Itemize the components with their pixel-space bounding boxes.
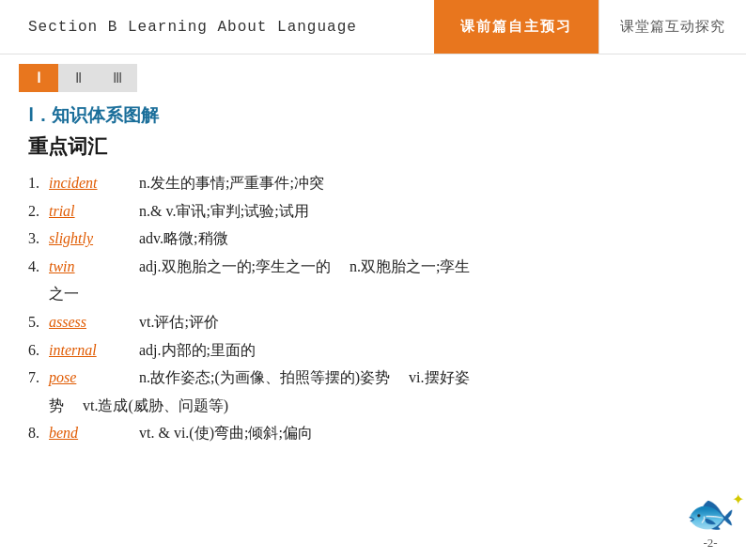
item-number: 2.	[28, 197, 49, 226]
item-word: pose	[49, 364, 133, 392]
item-word: incident	[49, 169, 133, 197]
bottom-right-decoration: 🐟 ✦ -2-	[686, 494, 735, 551]
vocab-list: 1.incidentn.发生的事情;严重事件;冲突2.trialn.& v.审讯…	[28, 169, 718, 447]
list-item: 3.slightlyadv.略微;稍微	[28, 225, 718, 253]
item-number: 3.	[28, 225, 49, 253]
list-item: 1.incidentn.发生的事情;严重事件;冲突	[28, 169, 718, 197]
list-item: 8.bendvt. & vi.(使)弯曲;倾斜;偏向	[28, 419, 718, 447]
list-item: 5.assessvt.评估;评价	[28, 308, 718, 336]
fish-icon: 🐟	[686, 492, 735, 536]
item-word: slightly	[49, 225, 133, 253]
star-icon: ✦	[732, 490, 744, 508]
tab-I[interactable]: Ⅰ	[19, 64, 58, 92]
list-item: 2.trialn.& v.审讯;审判;试验;试用	[28, 197, 718, 226]
item-definition-2: 势 vt.造成(威胁、问题等)	[28, 392, 718, 420]
item-definition-2: 之一	[28, 280, 718, 308]
item-number: 6.	[28, 336, 49, 365]
tab-preview[interactable]: 课前篇自主预习	[434, 0, 598, 54]
item-definition: n.故作姿态;(为画像、拍照等摆的)姿势 vi.摆好姿	[139, 364, 718, 392]
item-word: trial	[49, 197, 133, 226]
main-content: Ⅰ．知识体系图解 重点词汇 1.incidentn.发生的事情;严重事件;冲突2…	[0, 98, 746, 457]
list-item: 6.internaladj.内部的;里面的	[28, 336, 718, 365]
item-number: 8.	[28, 419, 49, 447]
page-number: -2-	[703, 536, 717, 551]
tab-row: Ⅰ Ⅱ Ⅲ	[0, 54, 746, 98]
item-number: 5.	[28, 308, 49, 336]
list-item: 7.posen.故作姿态;(为画像、拍照等摆的)姿势 vi.摆好姿势 vt.造成…	[28, 364, 718, 419]
item-definition: n.发生的事情;严重事件;冲突	[139, 169, 718, 197]
item-definition: adj.内部的;里面的	[139, 336, 718, 365]
item-definition: vt. & vi.(使)弯曲;倾斜;偏向	[139, 419, 718, 447]
header: Section B Learning About Language 课前篇自主预…	[0, 0, 746, 54]
list-item: 4.twinadj.双胞胎之一的;孪生之一的 n.双胞胎之一;孪生之一	[28, 253, 718, 308]
item-definition: adv.略微;稍微	[139, 225, 718, 253]
item-number: 4.	[28, 253, 49, 281]
item-word: assess	[49, 308, 133, 336]
header-title: Section B Learning About Language	[0, 0, 434, 54]
item-definition: vt.评估;评价	[139, 308, 718, 336]
tab-classroom[interactable]: 课堂篇互动探究	[598, 0, 746, 54]
item-word: twin	[49, 253, 133, 281]
item-number: 1.	[28, 169, 49, 197]
item-definition: n.& v.审讯;审判;试验;试用	[139, 197, 718, 226]
tab-II[interactable]: Ⅱ	[58, 64, 98, 92]
item-word: internal	[49, 336, 133, 365]
tab-III[interactable]: Ⅲ	[98, 64, 137, 92]
item-word: bend	[49, 419, 133, 447]
vocab-title: 重点词汇	[28, 133, 718, 160]
item-definition: adj.双胞胎之一的;孪生之一的 n.双胞胎之一;孪生	[139, 253, 718, 281]
item-number: 7.	[28, 364, 49, 392]
section-title: Ⅰ．知识体系图解	[28, 103, 718, 128]
